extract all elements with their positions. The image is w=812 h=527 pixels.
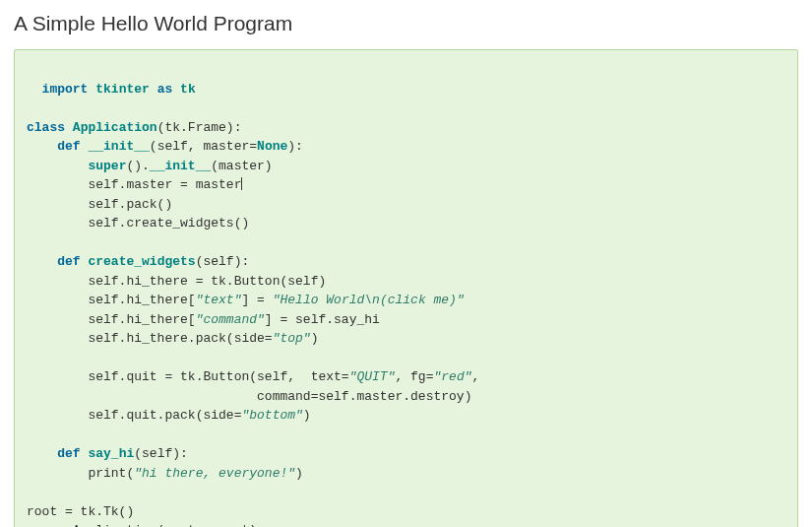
text-cursor xyxy=(241,177,242,190)
page-title: A Simple Hello World Program xyxy=(14,12,798,35)
code-block: import tkinter as tk class Application(t… xyxy=(14,49,798,527)
code-content: import tkinter as tk class Application(t… xyxy=(27,82,479,528)
